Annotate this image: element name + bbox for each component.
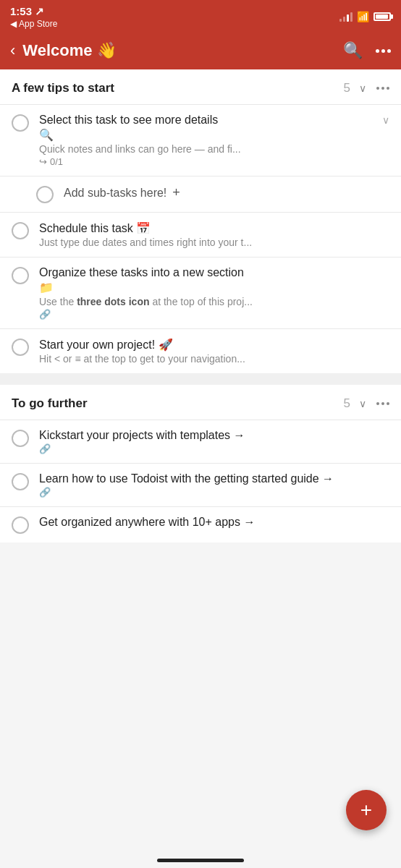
task-checkbox[interactable] <box>12 114 29 132</box>
page-title: Welcome 👋 <box>22 41 343 60</box>
search-button[interactable]: 🔍 <box>343 41 363 60</box>
task-title: Kickstart your projects with templates → <box>39 429 245 441</box>
section-further-title: To go further <box>12 396 339 411</box>
header-icons: 🔍 <box>343 41 391 60</box>
task-body: Organize these tasks into a new section … <box>39 266 389 320</box>
section-tips-chevron[interactable]: ∨ <box>359 82 366 94</box>
status-time: 1:53 ↗ <box>10 5 57 18</box>
section-further-chevron[interactable]: ∨ <box>359 398 366 409</box>
task-emoji: 🔍 <box>39 128 389 142</box>
task-title: Learn how to use Todoist with the gettin… <box>39 472 334 485</box>
task-body: Get organized anywhere with 10+ apps → <box>39 516 389 529</box>
section-tips-more[interactable] <box>376 87 389 90</box>
subtask-icon: ↪ <box>39 156 47 167</box>
task-note: Quick notes and links can go here — and … <box>39 143 343 155</box>
location-icon: ↗ <box>35 5 44 18</box>
add-plus-icon[interactable]: + <box>172 185 180 200</box>
task-checkbox[interactable] <box>12 430 29 447</box>
link-icon: 🔗 <box>39 309 389 320</box>
status-app-label: ◀ App Store <box>10 19 57 29</box>
battery-icon <box>373 12 391 21</box>
task-checkbox[interactable] <box>12 222 29 239</box>
section-tips-count: 5 <box>344 81 350 95</box>
task-title: Organize these tasks into a new section <box>39 266 244 279</box>
task-item[interactable]: Start your own project! 🚀 Hit < or ≡ at … <box>0 328 401 373</box>
task-item[interactable]: Learn how to use Todoist with the gettin… <box>0 463 401 506</box>
time-label: 1:53 <box>10 5 32 17</box>
task-item[interactable]: Kickstart your projects with templates →… <box>0 420 401 463</box>
task-title-row: Organize these tasks into a new section <box>39 266 389 279</box>
section-tips-title: A few tips to start <box>12 81 339 95</box>
task-checkbox[interactable] <box>12 516 29 534</box>
add-icon: + <box>360 799 372 822</box>
task-item[interactable]: Schedule this task 📅 Just type due dates… <box>0 212 401 257</box>
section-further-header: To go further 5 ∨ <box>0 385 401 420</box>
more-options-button[interactable] <box>376 49 391 53</box>
task-title: Schedule this task 📅 <box>39 221 151 235</box>
task-title: Add sub-tasks here! <box>64 187 166 200</box>
status-bar: 1:53 ↗ ◀ App Store 📶 <box>0 0 401 32</box>
task-title-row: Schedule this task 📅 <box>39 221 389 235</box>
home-indicator <box>157 859 244 862</box>
task-item[interactable]: Select this task to see more details ∨ 🔍… <box>0 104 401 176</box>
header: ‹ Welcome 👋 🔍 <box>0 32 401 69</box>
signal-icon <box>339 12 353 22</box>
app-store-label: App Store <box>19 19 57 29</box>
task-item[interactable]: Add sub-tasks here! + <box>0 176 401 212</box>
task-title: Get organized anywhere with 10+ apps → <box>39 516 255 528</box>
subtask-count: 0/1 <box>50 156 63 167</box>
task-body: Start your own project! 🚀 Hit < or ≡ at … <box>39 338 389 365</box>
task-title: Select this task to see more details <box>39 114 218 127</box>
task-title: Start your own project! 🚀 <box>39 338 173 352</box>
task-body: Kickstart your projects with templates →… <box>39 429 389 454</box>
task-title-row: Start your own project! 🚀 <box>39 338 389 352</box>
wifi-icon: 📶 <box>357 11 369 22</box>
add-task-button[interactable]: + <box>346 790 387 830</box>
status-left: 1:53 ↗ ◀ App Store <box>10 5 57 29</box>
link-icon: 🔗 <box>39 487 389 498</box>
task-emoji: 📁 <box>39 281 389 294</box>
section-further-more[interactable] <box>376 402 389 405</box>
status-right: 📶 <box>339 11 391 22</box>
task-body: Select this task to see more details ∨ 🔍… <box>39 114 389 167</box>
task-checkbox[interactable] <box>12 473 29 490</box>
section-gap <box>0 373 401 385</box>
back-button[interactable]: ‹ <box>10 41 15 60</box>
task-note: Use the three dots icon at the top of th… <box>39 296 343 307</box>
task-expand-chevron[interactable]: ∨ <box>382 114 389 126</box>
task-body: Schedule this task 📅 Just type due dates… <box>39 221 389 248</box>
link-icon: 🔗 <box>39 443 389 454</box>
task-body: Add sub-tasks here! + <box>64 185 389 200</box>
task-note: Hit < or ≡ at the top to get to your nav… <box>39 353 343 365</box>
task-checkbox[interactable] <box>12 267 29 284</box>
task-title-row: Select this task to see more details ∨ <box>39 114 389 127</box>
task-checkbox[interactable] <box>36 186 54 203</box>
section-further-count: 5 <box>344 396 350 411</box>
task-item[interactable]: Organize these tasks into a new section … <box>0 257 401 328</box>
task-body: Learn how to use Todoist with the gettin… <box>39 472 389 498</box>
section-tips-header: A few tips to start 5 ∨ <box>0 69 401 104</box>
task-item[interactable]: Get organized anywhere with 10+ apps → <box>0 506 401 542</box>
task-checkbox[interactable] <box>12 339 29 356</box>
task-meta: ↪ 0/1 <box>39 156 389 167</box>
content: A few tips to start 5 ∨ Select this task… <box>0 69 401 542</box>
task-note: Just type due dates and times right into… <box>39 237 343 248</box>
app-store-back-icon: ◀ <box>10 19 17 29</box>
